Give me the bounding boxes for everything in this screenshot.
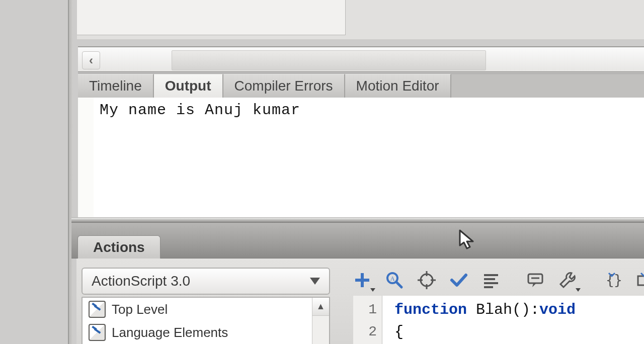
check-icon xyxy=(449,270,469,290)
code-content[interactable]: function Blah():void { xyxy=(382,296,644,344)
app-left-margin xyxy=(0,0,73,344)
tree-item-label: Top Level xyxy=(112,302,168,317)
scroll-up-button[interactable]: ▲ xyxy=(312,298,329,316)
tab-compiler-errors[interactable]: Compiler Errors xyxy=(223,74,345,98)
scroll-thumb[interactable] xyxy=(172,50,486,70)
code-hint-button[interactable] xyxy=(525,270,545,291)
line-number: 1 xyxy=(353,299,377,321)
tab-output[interactable]: Output xyxy=(154,74,223,98)
collapse-rect-icon xyxy=(634,270,644,290)
dropdown-caret-icon xyxy=(370,288,375,292)
svg-text:}: } xyxy=(614,272,622,289)
tab-motion-editor[interactable]: Motion Editor xyxy=(345,74,451,98)
tree-item[interactable]: Top Level xyxy=(83,298,329,321)
timeline-scrollbar[interactable]: ‹ xyxy=(78,46,644,72)
actionscript-version-select[interactable]: ActionScript 3.0 xyxy=(82,268,330,295)
auto-format-button[interactable] xyxy=(481,270,501,291)
add-script-button[interactable] xyxy=(352,270,372,291)
scroll-left-button[interactable]: ‹ xyxy=(82,51,100,69)
tooltip-icon xyxy=(525,270,545,290)
reference-tree[interactable]: Top Level Language Elements ▲ xyxy=(82,297,330,344)
chevron-left-icon: ‹ xyxy=(89,53,93,67)
code-toolbar: A xyxy=(343,266,644,295)
search-icon: A xyxy=(384,270,405,290)
code-colon: : xyxy=(530,301,539,318)
code-keyword: function xyxy=(394,301,467,318)
debug-options-button[interactable] xyxy=(557,270,578,291)
check-syntax-button[interactable] xyxy=(449,270,469,291)
format-lines-icon xyxy=(481,270,501,290)
braces-collapse-icon: { } xyxy=(602,270,622,290)
book-icon xyxy=(89,301,106,318)
dropdown-caret-icon xyxy=(576,288,581,292)
tree-item[interactable]: Language Elements xyxy=(83,321,329,344)
svg-rect-1 xyxy=(355,279,369,282)
svg-rect-19 xyxy=(638,276,644,285)
line-gutter: 1 2 xyxy=(353,296,382,344)
svg-text:A: A xyxy=(390,275,395,282)
tree-item-label: Language Elements xyxy=(112,325,228,340)
output-gutter xyxy=(78,98,94,217)
code-brace: { xyxy=(394,323,404,340)
plus-icon xyxy=(352,270,372,290)
chevron-down-icon xyxy=(310,278,320,285)
tree-scrollbar[interactable]: ▲ xyxy=(312,298,329,344)
code-editor[interactable]: 1 2 function Blah():void { xyxy=(353,296,644,344)
target-icon xyxy=(417,270,437,290)
find-button[interactable]: A xyxy=(384,270,405,291)
collapse-selection-button[interactable] xyxy=(634,270,644,291)
book-icon xyxy=(89,324,106,341)
wrench-icon xyxy=(557,270,578,290)
chevron-up-icon: ▲ xyxy=(316,301,326,312)
line-number: 2 xyxy=(353,321,377,343)
target-path-button[interactable] xyxy=(417,270,437,291)
select-value: ActionScript 3.0 xyxy=(92,273,190,289)
tab-timeline[interactable]: Timeline xyxy=(78,74,154,98)
panel-tab-bar: Timeline Output Compiler Errors Motion E… xyxy=(78,73,644,98)
svg-line-3 xyxy=(396,282,401,287)
panel-divider[interactable] xyxy=(71,217,644,222)
stage-canvas xyxy=(77,0,346,35)
code-type: void xyxy=(539,301,576,318)
actions-panel-tab[interactable]: Actions xyxy=(77,235,160,259)
code-ident: Blah() xyxy=(467,301,530,318)
output-panel: My name is Anuj kumar xyxy=(94,98,644,217)
collapse-between-braces-button[interactable]: { } xyxy=(602,270,622,291)
